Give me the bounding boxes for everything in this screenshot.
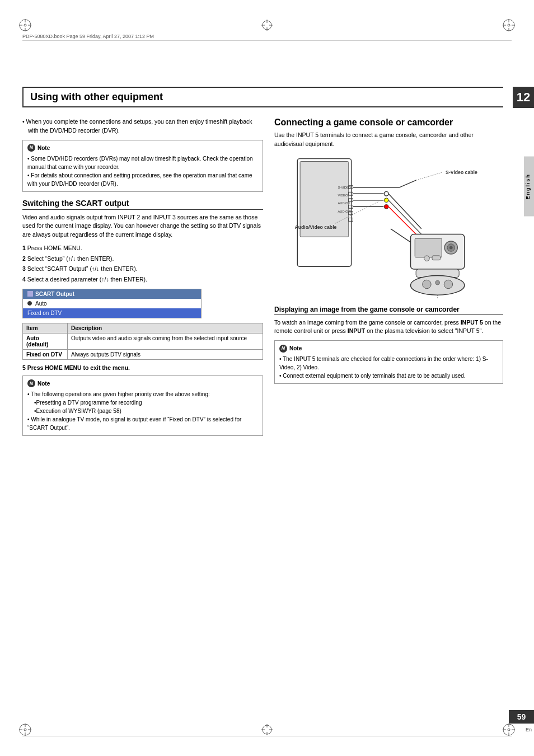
connection-diagram: S-VIDEO VIDEO AUDIO L AUDIO R S-Video ca… (291, 153, 487, 299)
svg-rect-41 (348, 218, 353, 221)
note-1-item-1: • Some DVD/HDD recorders (DVRs) may not … (27, 154, 258, 171)
right-section-desc: Use the INPUT 5 terminals to connect a g… (274, 131, 503, 149)
svg-point-72 (435, 280, 439, 285)
intro-bullet: When you complete the connections and se… (22, 118, 263, 135)
table-header-item: Item (23, 323, 68, 333)
svg-text:AUDIO L: AUDIO L (338, 201, 351, 205)
note-icon-2: N (27, 379, 35, 387)
svg-rect-68 (432, 255, 440, 260)
note-box-1: N Note • Some DVD/HDD recorders (DVRs) m… (22, 140, 263, 192)
left-column: When you complete the connections and se… (22, 118, 263, 440)
scart-header: SCART Output (23, 289, 201, 299)
svg-text:S-VIDEO: S-VIDEO (338, 185, 351, 189)
main-title-box: Using with other equipment (22, 87, 503, 107)
svg-point-69 (410, 275, 464, 295)
header-bar: PDP-5080XD.book Page 59 Friday, April 27… (22, 34, 512, 41)
corner-mark-tl (17, 17, 34, 35)
note-box-2: N Note • The following operations are gi… (22, 375, 263, 436)
svg-point-71 (444, 280, 452, 288)
svg-line-47 (400, 180, 416, 187)
svg-point-55 (384, 204, 388, 209)
scart-option-auto[interactable]: Auto (23, 299, 201, 308)
svg-line-75 (390, 228, 410, 242)
svg-line-48 (416, 172, 443, 180)
scart-ui-icon (27, 291, 33, 297)
sub-section-desc: To watch an image coming from the game c… (274, 318, 503, 336)
step-2: 2 Select “Setup” (↑/↓ then ENTER). (22, 255, 263, 264)
sub-section-title: Displaying an image from the game consol… (274, 306, 503, 315)
tv-diagram: S-VIDEO VIDEO AUDIO L AUDIO R S-Video ca… (291, 153, 487, 299)
description-table: Item Description Auto(default) Outputs v… (22, 323, 263, 360)
step-3: 3 Select “SCART Output” (↑/↓ then ENTER)… (22, 265, 263, 274)
switching-desc: Video and audio signals output from INPU… (22, 213, 263, 240)
svg-point-13 (24, 729, 26, 731)
note-1-item-2: • For details about connection and setti… (27, 171, 258, 188)
step-4: 4 Select a desired parameter (↑/↓ then E… (22, 275, 263, 284)
svg-rect-62 (415, 238, 442, 257)
page-title: Using with other equipment (30, 91, 163, 103)
note-1-title: N Note (27, 144, 258, 152)
file-info: PDP-5080XD.book Page 59 Friday, April 27… (22, 34, 154, 39)
note-3-item-2: • Connect external equipment to only ter… (279, 372, 498, 380)
svg-rect-37 (348, 192, 353, 195)
table-row: Fixed on DTV Always outputs DTV signals (23, 349, 263, 359)
language-label: English (524, 157, 534, 217)
note-icon-3: N (279, 345, 287, 353)
svg-text:S-Video cable: S-Video cable (446, 169, 477, 175)
footer-line (22, 736, 512, 736)
page-number-box: 59 (509, 710, 534, 724)
corner-mark-tc (259, 17, 275, 35)
svg-line-57 (388, 200, 421, 234)
table-header-desc: Description (68, 323, 263, 333)
svg-rect-39 (348, 205, 353, 208)
svg-point-7 (508, 24, 510, 26)
corner-mark-bl (17, 721, 34, 739)
svg-point-53 (384, 191, 388, 196)
page-lang: En (526, 727, 532, 732)
note-2-item-4: • While in analogue TV mode, no signal i… (27, 415, 258, 432)
svg-point-70 (422, 280, 430, 288)
svg-point-54 (384, 198, 388, 202)
chapter-number: 12 (517, 90, 530, 104)
switching-section-title: Switching the SCART output (22, 199, 263, 210)
note-2-item-3: •Execution of WYSIWYR (page 58) (27, 407, 258, 415)
note-2-item-1: • The following operations are given hig… (27, 390, 258, 398)
note-3-title: N Note (279, 344, 498, 353)
chapter-tab: 12 (513, 87, 534, 108)
scart-option-fixed[interactable]: Fixed on DTV (23, 308, 201, 318)
svg-point-65 (449, 246, 452, 249)
svg-point-1 (24, 24, 26, 26)
note-2-title: N Note (27, 379, 258, 388)
table-item-fixed: Fixed on DTV (23, 349, 68, 359)
table-desc-fixed: Always outputs DTV signals (68, 349, 263, 359)
svg-text:VIDEO: VIDEO (338, 194, 348, 197)
right-section-title: Connecting a game console or camcorder (274, 118, 503, 128)
scart-output-box: SCART Output Auto Fixed on DTV (22, 289, 202, 318)
svg-point-67 (424, 255, 429, 261)
right-column: Connecting a game console or camcorder U… (274, 118, 503, 388)
radio-auto (27, 301, 32, 306)
step-1: 1 Press HOME MENU. (22, 244, 263, 253)
note-box-3: N Note • The INPUT 5 terminals are check… (274, 340, 503, 384)
corner-mark-tr (500, 17, 517, 35)
svg-point-19 (508, 729, 510, 731)
page-number: 59 (517, 712, 526, 721)
corner-mark-bc (259, 721, 275, 739)
svg-text:Audio/Video cable: Audio/Video cable (294, 224, 336, 229)
table-desc-auto: Outputs video and audio signals coming f… (68, 333, 263, 349)
note-2-item-2: •Presetting a DTV programme for recordin… (27, 398, 258, 407)
note-3-item-1: • The INPUT 5 terminals are checked for … (279, 355, 498, 372)
table-row: Auto(default) Outputs video and audio si… (23, 333, 263, 349)
corner-mark-br (500, 721, 517, 739)
svg-text:AUDIO R: AUDIO R (338, 209, 351, 213)
step-5: 5 Press HOME MENU to exit the menu. (22, 364, 263, 371)
table-item-auto: Auto(default) (23, 333, 68, 349)
note-icon-1: N (27, 144, 35, 152)
